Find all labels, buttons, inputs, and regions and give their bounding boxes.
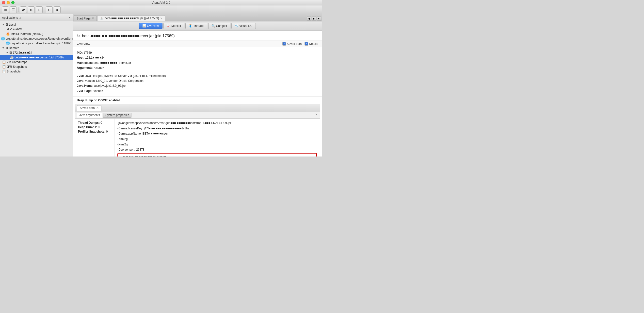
- tab-nav-left[interactable]: ◀: [307, 16, 311, 21]
- details-check[interactable]: ✓ Details: [304, 42, 318, 46]
- maven-label: org.jetbrains.idea.maven.server.RemoteMa…: [6, 37, 72, 41]
- toolbar-home-button[interactable]: ⊞: [2, 7, 9, 13]
- toolbar-connect-button[interactable]: ⊙: [46, 7, 53, 13]
- saved-data-checkbox[interactable]: ✓: [282, 42, 286, 46]
- refresh-icon[interactable]: ↻: [77, 34, 80, 38]
- threads-tab-button[interactable]: 🧵 Threads: [185, 23, 207, 29]
- content-area: ↻ beta-■■■■ ■ ■ ■■■■■■■■■■■■■erver.jar (…: [73, 31, 322, 157]
- pid-value-text: 17569: [84, 51, 92, 55]
- threads-tab-icon: 🧵: [188, 24, 192, 28]
- panel-close-button[interactable]: ✕: [68, 16, 71, 19]
- remote-host-icon: 🖥: [9, 51, 12, 55]
- jvm-flags-label: JVM Flags:: [77, 89, 92, 93]
- jvm-label: JVM:: [77, 74, 84, 78]
- toolbar-settings-button[interactable]: ⊗: [54, 7, 60, 13]
- coredumps-icon: 📋: [2, 60, 6, 64]
- tree-vm-coredumps[interactable]: 📋 VM Coredumps: [0, 60, 72, 64]
- jvm-args-tab-bar: JVM arguments System properties ✕: [75, 112, 320, 119]
- maven-icon: 🌐: [1, 37, 5, 41]
- host-line: Host: 172.1■ ■■ ■34: [77, 55, 318, 60]
- host-label: Host:: [77, 56, 84, 59]
- tree-remote-host[interactable]: ▼ 🖥 172.2■.■■.■34: [0, 50, 72, 55]
- saved-data-tab-label: Saved data: [80, 106, 95, 110]
- saved-data-tab-close[interactable]: ✕: [96, 106, 99, 110]
- profiler-snapshots-value-text: 0: [106, 130, 108, 133]
- java-line: Java: version 1.8.0_91, vendor Oracle Co…: [77, 78, 318, 83]
- jvm-arg-0: -javaagent:/apps/srv/instance/ArmsAgen■■…: [118, 121, 317, 126]
- left-panel: Applications □ ✕ ▼ 🖥 Local 🖥 VisualVM 🔥 …: [0, 14, 73, 157]
- jvm-arguments-tab[interactable]: JVM arguments: [77, 113, 102, 118]
- tree-beta-jar-item[interactable]: ☕ beta-■■■■ ■■■ ■erver.jar (pid 17569): [0, 55, 72, 60]
- jfr-label: JFR Snapshots: [7, 65, 27, 69]
- saved-data-tab[interactable]: Saved data ✕: [77, 105, 102, 111]
- overview-tab-button[interactable]: 📊 Overview: [139, 23, 162, 29]
- remote-host-arrow-icon: ▼: [6, 51, 8, 54]
- saved-data-section: Saved data ✕ JVM arguments System proper…: [75, 104, 320, 157]
- sampler-tab-label: Sampler: [216, 24, 227, 28]
- tree-local-node[interactable]: ▼ 🖥 Local: [0, 22, 72, 27]
- java-home-label: Java Home:: [77, 84, 93, 88]
- saved-data-check[interactable]: ✓ Saved data: [282, 42, 302, 46]
- toolbar-remove-button[interactable]: ⊖: [36, 7, 42, 13]
- tree-visualvm-item[interactable]: 🖥 VisualVM: [0, 27, 72, 32]
- start-page-tab-close[interactable]: ✕: [92, 17, 94, 20]
- arguments-value-text: <none>: [94, 66, 104, 70]
- intellij-icon: 🔥: [6, 32, 10, 36]
- details-checkbox[interactable]: ✓: [304, 42, 308, 46]
- start-page-tab[interactable]: Start Page ✕: [74, 15, 97, 21]
- main-class-label: Main class:: [77, 61, 93, 65]
- toolbar-refresh-button[interactable]: ⟳: [20, 7, 27, 13]
- tab-bar: Start Page ✕ ☕ beta-■■■ ■■■ ■■■ ■■■ver.j…: [73, 14, 322, 22]
- tree-intellij-item[interactable]: 🔥 IntelliJ Platform (pid 560): [0, 32, 72, 36]
- tree-maven-item[interactable]: 🌐 org.jetbrains.idea.maven.server.Remote…: [0, 36, 72, 41]
- visual-gc-tab-label: Visual GC: [239, 24, 252, 28]
- overview-tab-label: Overview: [147, 24, 159, 28]
- java-value-text: version 1.8.0_91, vendor Oracle Corporat…: [85, 79, 144, 83]
- toolbar-menu-button[interactable]: ☰: [10, 7, 17, 13]
- maximize-button[interactable]: [11, 1, 14, 4]
- jvm-args-section-close[interactable]: ✕: [315, 113, 318, 118]
- jvm-arguments-tab-label: JVM arguments: [79, 113, 100, 117]
- tree-content: ▼ 🖥 Local 🖥 VisualVM 🔥 IntelliJ Platform…: [0, 21, 72, 157]
- minimize-button[interactable]: [7, 1, 10, 4]
- beta-jar-tab-label: beta-■■■ ■■■ ■■■ ■■■ver.jar (pid 17569): [105, 17, 159, 20]
- local-computer-icon: 🖥: [5, 23, 8, 26]
- tree-snapshots[interactable]: 📋 Snapshots: [0, 69, 72, 74]
- host-value-text: 172.1■ ■■ ■34: [85, 56, 105, 59]
- monitor-tab-icon: 📈: [167, 24, 170, 28]
- coredumps-label: VM Coredumps: [7, 60, 27, 64]
- applications-tab-label: Applications: [2, 16, 18, 20]
- jfr-icon: 📋: [2, 65, 6, 69]
- close-button[interactable]: [2, 1, 5, 4]
- saved-data-header: Saved data ✕: [75, 104, 320, 112]
- window-controls[interactable]: [2, 1, 14, 4]
- visual-gc-tab-button[interactable]: 📉 Visual GC: [232, 23, 256, 29]
- tab-nav-right[interactable]: ▶: [312, 16, 316, 21]
- saved-data-body: Thread Dumps: 0 Heap Dumps: 0 Profiler S…: [75, 119, 320, 157]
- pid-label: PID:: [77, 51, 83, 55]
- toolbar: ⊞ ☰ ⟳ ⊕ ⊖ ⊙ ⊗: [0, 6, 322, 14]
- content-header: ↻ beta-■■■■ ■ ■ ■■■■■■■■■■■■■erver.jar (…: [73, 31, 322, 41]
- java-home-value-text: /usr/java/jdk1.8.0_91/jre: [94, 84, 126, 88]
- tree-jps-item[interactable]: 🌐 org.jetbrains.jps.cmdline.Launcher (pi…: [0, 41, 72, 46]
- details-check-label: Details: [309, 42, 318, 46]
- tree-remote-node[interactable]: ▼ 🖥 Remote: [0, 46, 72, 50]
- visualvm-icon: 🖥: [6, 27, 9, 31]
- beta-jar-tab[interactable]: ☕ beta-■■■ ■■■ ■■■ ■■■ver.jar (pid 17569…: [97, 15, 165, 21]
- toolbar-add-button[interactable]: ⊕: [28, 7, 35, 13]
- tree-jfr-snapshots[interactable]: 📋 JFR Snapshots: [0, 64, 72, 69]
- monitor-tab-button[interactable]: 📈 Monitor: [164, 23, 184, 29]
- tab-nav-menu[interactable]: ▼: [316, 16, 321, 21]
- thread-dumps-value-text: 0: [100, 121, 102, 124]
- sampler-tab-button[interactable]: 🔍 Sampler: [208, 23, 230, 29]
- panel-maximize-button[interactable]: □: [19, 16, 21, 19]
- system-properties-tab[interactable]: System properties: [103, 113, 132, 118]
- heap-dump-line: Heap dump on OOME: enabled: [73, 96, 322, 104]
- jps-label: org.jetbrains.jps.cmdline.Launcher (pid …: [10, 42, 72, 45]
- heap-dumps-label: Heap Dumps:: [78, 125, 97, 129]
- jvm-arg-2: -Darms.appName=BETA ■.■■■ ■erver: [118, 131, 317, 137]
- beta-jar-tab-close[interactable]: ✕: [160, 17, 162, 20]
- intellij-label: IntelliJ Platform (pid 560): [10, 32, 43, 36]
- thread-dumps-label: Thread Dumps:: [78, 121, 100, 124]
- remote-host-label: 172.2■.■■.■34: [13, 51, 32, 55]
